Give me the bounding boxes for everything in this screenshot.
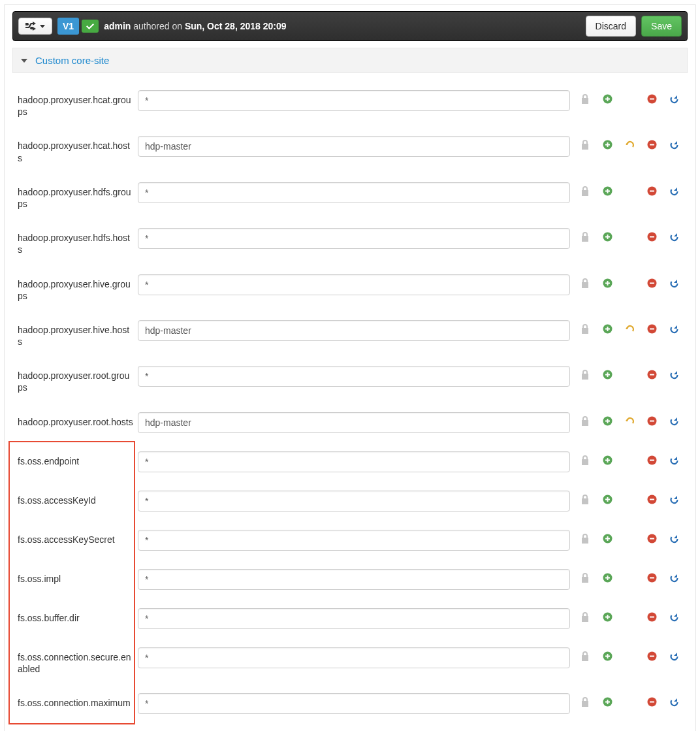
refresh-icon[interactable]	[668, 651, 680, 661]
add-icon[interactable]	[601, 140, 613, 150]
remove-icon[interactable]	[646, 651, 658, 661]
undo-icon[interactable]	[624, 324, 635, 334]
lock-icon	[579, 651, 591, 661]
config-value-input[interactable]	[138, 320, 570, 341]
config-value-input[interactable]	[138, 693, 570, 714]
add-icon[interactable]	[601, 94, 613, 104]
remove-icon[interactable]	[646, 612, 658, 622]
compare-versions-button[interactable]	[18, 18, 52, 35]
refresh-icon[interactable]	[668, 534, 680, 544]
config-label: hadoop.proxyuser.hive.groups	[12, 274, 138, 302]
remove-icon[interactable]	[646, 186, 658, 196]
refresh-icon[interactable]	[668, 278, 680, 288]
remove-icon[interactable]	[646, 232, 658, 242]
refresh-icon[interactable]	[668, 455, 680, 465]
remove-icon[interactable]	[646, 573, 658, 583]
undo-icon[interactable]	[624, 140, 635, 150]
undo-icon[interactable]	[624, 416, 635, 426]
config-row: fs.oss.accessKeyId	[12, 481, 688, 521]
add-icon[interactable]	[601, 495, 613, 504]
config-actions	[570, 569, 688, 583]
remove-icon[interactable]	[646, 324, 658, 334]
authored-word: authored on	[131, 21, 185, 31]
save-button[interactable]: Save	[641, 16, 682, 37]
authored-date: Sun, Oct 28, 2018 20:09	[185, 21, 287, 31]
discard-button[interactable]: Discard	[586, 16, 636, 37]
config-row: fs.oss.impl	[12, 560, 688, 599]
add-icon[interactable]	[601, 370, 613, 380]
config-value-input[interactable]	[138, 136, 570, 157]
refresh-icon[interactable]	[668, 140, 680, 150]
config-row: hadoop.proxyuser.root.hosts	[12, 403, 688, 442]
config-actions	[570, 182, 688, 196]
remove-icon[interactable]	[646, 455, 658, 465]
refresh-icon[interactable]	[668, 232, 680, 242]
config-value-input[interactable]	[138, 412, 570, 433]
remove-icon[interactable]	[646, 278, 658, 288]
add-icon[interactable]	[601, 278, 613, 288]
refresh-icon[interactable]	[668, 697, 680, 707]
refresh-icon[interactable]	[668, 324, 680, 334]
config-row: fs.oss.connection.maximum	[12, 684, 688, 723]
lock-icon	[579, 94, 591, 104]
remove-icon[interactable]	[646, 370, 658, 380]
config-label: fs.oss.accessKeySecret	[12, 530, 138, 545]
add-icon[interactable]	[601, 232, 613, 242]
add-icon[interactable]	[601, 186, 613, 196]
add-icon[interactable]	[601, 573, 613, 583]
remove-icon[interactable]	[646, 140, 658, 150]
add-icon[interactable]	[601, 416, 613, 426]
caret-down-icon	[40, 25, 45, 28]
section-header[interactable]: Custom core-site	[12, 48, 688, 73]
config-value-input[interactable]	[138, 90, 570, 111]
refresh-icon[interactable]	[668, 573, 680, 583]
refresh-icon[interactable]	[668, 495, 680, 504]
remove-icon[interactable]	[646, 697, 658, 707]
lock-icon	[579, 324, 591, 334]
config-value-input[interactable]	[138, 569, 570, 590]
config-label: hadoop.proxyuser.hdfs.hosts	[12, 228, 138, 255]
config-value-input[interactable]	[138, 451, 570, 472]
caret-down-icon	[21, 59, 27, 63]
config-row: hadoop.proxyuser.hcat.hosts	[12, 127, 688, 172]
add-icon[interactable]	[601, 651, 613, 661]
config-value-input[interactable]	[138, 647, 570, 668]
remove-icon[interactable]	[646, 94, 658, 104]
author-info: admin authored on Sun, Oct 28, 2018 20:0…	[104, 21, 286, 31]
remove-icon[interactable]	[646, 534, 658, 544]
lock-icon	[579, 370, 591, 380]
config-label: hadoop.proxyuser.root.hosts	[12, 412, 138, 428]
config-actions	[570, 274, 688, 288]
add-icon[interactable]	[601, 534, 613, 544]
lock-icon	[579, 612, 591, 622]
author-name: admin	[104, 21, 131, 31]
config-value-input[interactable]	[138, 366, 570, 387]
add-icon[interactable]	[601, 697, 613, 707]
add-icon[interactable]	[601, 455, 613, 465]
add-icon[interactable]	[601, 612, 613, 622]
config-label: fs.oss.impl	[12, 569, 138, 585]
config-label: hadoop.proxyuser.hive.hosts	[12, 320, 138, 348]
config-value-input[interactable]	[138, 491, 570, 512]
add-icon[interactable]	[601, 324, 613, 334]
config-value-input[interactable]	[138, 182, 570, 203]
config-value-input[interactable]	[138, 228, 570, 249]
check-icon	[86, 23, 94, 29]
refresh-icon[interactable]	[668, 370, 680, 380]
refresh-icon[interactable]	[668, 94, 680, 104]
config-label: fs.oss.accessKeyId	[12, 491, 138, 506]
config-value-input[interactable]	[138, 530, 570, 551]
lock-icon	[579, 573, 591, 583]
refresh-icon[interactable]	[668, 416, 680, 426]
config-row: fs.oss.buffer.dir	[12, 599, 688, 638]
lock-icon	[579, 495, 591, 504]
refresh-icon[interactable]	[668, 186, 680, 196]
config-value-input[interactable]	[138, 274, 570, 295]
remove-icon[interactable]	[646, 416, 658, 426]
refresh-icon[interactable]	[668, 612, 680, 622]
remove-icon[interactable]	[646, 495, 658, 504]
config-actions	[570, 693, 688, 707]
config-label: fs.oss.connection.maximum	[12, 693, 138, 709]
config-value-input[interactable]	[138, 608, 570, 629]
config-label: fs.oss.connection.secure.enabled	[12, 647, 138, 675]
